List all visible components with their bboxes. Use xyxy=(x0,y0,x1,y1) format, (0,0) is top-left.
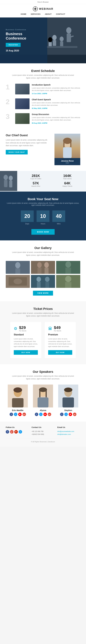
gallery-item-4[interactable] xyxy=(6,275,30,288)
countdown-hours-label: Hours xyxy=(36,223,50,225)
footer-facebook[interactable]: f xyxy=(6,430,9,434)
gallery-item-6[interactable] xyxy=(56,275,80,288)
svg-point-13 xyxy=(60,36,64,42)
main-nav: HOME SERVICES ABOUT CONTACT xyxy=(3,13,83,15)
footer-contact-phone1: +05 123 456 789 xyxy=(32,430,54,433)
speaker-3-photo xyxy=(58,384,78,408)
footer-email-title: Email Us xyxy=(57,426,80,428)
footer-email: Email Us info@yourewebsite.com info@doma… xyxy=(57,426,80,436)
hero-date: 15 Aug 2020 xyxy=(6,50,43,52)
stats-container: 281K Cups Of Coffee 164K Total Clients 5… xyxy=(0,171,86,192)
svg-rect-53 xyxy=(65,282,71,288)
countdown-hours-value: 10 xyxy=(36,210,50,222)
ticket-premium-desc: Lorem ipsum dolor sit amet, consectetur … xyxy=(48,338,72,348)
stat-clients: 164K Total Clients xyxy=(52,174,83,181)
svg-point-38 xyxy=(44,262,49,268)
speaker-2-googleplus[interactable]: g+ xyxy=(48,412,51,416)
svg-point-47 xyxy=(36,277,41,282)
speaker-2-facebook[interactable]: f xyxy=(35,412,38,416)
speaker-3-youtube[interactable]: ▶ xyxy=(69,412,72,416)
footer-twitter[interactable]: t xyxy=(19,430,22,434)
schedule-event-desc-2: Lorem ipsum dolor sit amet, consectetur … xyxy=(32,102,80,106)
gallery-item-3[interactable] xyxy=(56,261,80,274)
ticket-premium-price: $49 xyxy=(54,325,61,330)
ticket-cards: ⚙ $29 Per Month Standard Lorem ipsum dol… xyxy=(6,322,80,358)
svg-point-33 xyxy=(15,262,20,268)
svg-rect-31 xyxy=(9,180,12,188)
guest-role: CEO xyxy=(56,162,79,164)
stat-coffee-number: 281K xyxy=(20,174,52,178)
footer-youtube[interactable]: ▶ xyxy=(14,430,18,434)
svg-rect-42 xyxy=(65,268,71,274)
top-bar-text: View In Browser xyxy=(37,1,48,3)
buy-standard-button[interactable]: BUY NOW xyxy=(14,350,38,355)
speaker-2-youtube[interactable]: ▶ xyxy=(44,412,47,416)
schedule-title: Event Schedule xyxy=(6,69,80,73)
nav-home[interactable]: HOME xyxy=(21,13,26,15)
gallery-item-5[interactable] xyxy=(31,275,55,288)
gallery-item-1[interactable] xyxy=(6,261,30,274)
footer-google[interactable]: g+ xyxy=(10,430,14,434)
book-now-button[interactable]: BOOK NOW xyxy=(32,229,54,235)
countdown-days: 20 Days xyxy=(21,210,34,225)
speaker-1-facebook[interactable]: f xyxy=(10,412,13,416)
speaker-1: Erin Maddie f t ▶ g+ xyxy=(6,384,29,416)
nav-about[interactable]: ABOUT xyxy=(45,13,52,15)
tickets-desc: Lorem ipsum dolor sit amet, consectetur … xyxy=(12,312,74,317)
speaker-3-twitter[interactable]: t xyxy=(64,412,68,416)
nav-services[interactable]: SERVICES xyxy=(31,13,40,15)
speaker-2-photo xyxy=(33,384,53,408)
nav-contact[interactable]: CONTACT xyxy=(56,13,65,15)
chief-guest-desc: Lorem ipsum dolor sit amet, consectetur … xyxy=(6,139,50,147)
schedule-number-1: 1 xyxy=(6,84,13,90)
stat-happy: 64K Happy Clients xyxy=(52,181,83,189)
speaker-2-name: Alyssa xyxy=(32,409,54,412)
gallery-item-2[interactable] xyxy=(31,261,55,274)
schedule-event-date-1: 14 Jun 2020, 3.00PM xyxy=(32,93,80,94)
svg-rect-56 xyxy=(12,398,24,408)
schedule-image-3 xyxy=(15,113,30,124)
stats-image xyxy=(0,171,17,192)
ticket-standard-icon: ⚙ xyxy=(14,326,17,331)
ticket-standard-price-area: $29 Per Month xyxy=(19,325,26,332)
speaker-1-youtube[interactable]: ▶ xyxy=(18,412,22,416)
chief-guest-section: Our Chief Guest Lorem ipsum dolor sit am… xyxy=(0,134,86,171)
schedule-image-1 xyxy=(15,84,30,94)
chief-guest-title: Our Chief Guest xyxy=(6,134,50,137)
speaker-3-googleplus[interactable]: g+ xyxy=(73,412,76,416)
schedule-event-title-2: Chief Guest Speach xyxy=(32,98,80,101)
stat-happy-number: 64K xyxy=(52,181,83,185)
schedule-event-date-2: 02 May 2020, 5.00PM xyxy=(32,108,80,109)
register-button[interactable]: REGISTER xyxy=(6,43,21,47)
schedule-content-3: Group Discussion Lorem ipsum dolor sit a… xyxy=(32,113,80,124)
logo-area: WEBINAR xyxy=(3,6,83,12)
schedule-number-2: 2 xyxy=(6,98,13,105)
buy-premium-button[interactable]: BUY NOW xyxy=(48,350,72,355)
footer-contact-phone2: +9(0423 534 568) xyxy=(32,433,54,436)
stats-grid: 281K Cups Of Coffee 164K Total Clients 5… xyxy=(17,171,86,192)
stat-awards-number: 57K xyxy=(20,181,52,185)
speaker-1-twitter[interactable]: t xyxy=(14,412,17,416)
svg-point-57 xyxy=(14,388,22,392)
schedule-event-title-3: Group Discussion xyxy=(32,113,80,116)
book-seat-button[interactable]: BOOK YOUR SEAT xyxy=(6,150,28,154)
svg-rect-66 xyxy=(62,398,74,408)
stats-section: 281K Cups Of Coffee 164K Total Clients 5… xyxy=(0,171,86,192)
svg-point-52 xyxy=(65,276,71,282)
svg-rect-12 xyxy=(53,40,56,46)
speaker-3-name: Stephen xyxy=(57,409,80,412)
stat-clients-label: Total Clients xyxy=(52,178,83,180)
stat-awards-label: Awards Won xyxy=(20,185,52,187)
speakers-grid: Erin Maddie f t ▶ g+ Aly xyxy=(6,384,80,416)
footer-copyright: ® All Rights Reserved | Uisedivcer xyxy=(6,438,80,442)
speaker-2-twitter[interactable]: t xyxy=(39,412,42,416)
gallery-view-more-button[interactable]: VIEW MORE xyxy=(33,291,53,296)
hero-subtitle: Business Conference xyxy=(6,29,43,30)
stat-coffee-label: Cups Of Coffee xyxy=(20,178,52,180)
svg-rect-39 xyxy=(44,268,48,274)
speaker-1-googleplus[interactable]: g+ xyxy=(22,412,26,416)
footer-columns: Follow Us f g+ ▶ t Contact Us +05 123 45… xyxy=(6,426,80,436)
speaker-3-facebook[interactable]: f xyxy=(60,412,64,416)
svg-rect-50 xyxy=(46,282,49,288)
svg-point-67 xyxy=(64,388,72,392)
